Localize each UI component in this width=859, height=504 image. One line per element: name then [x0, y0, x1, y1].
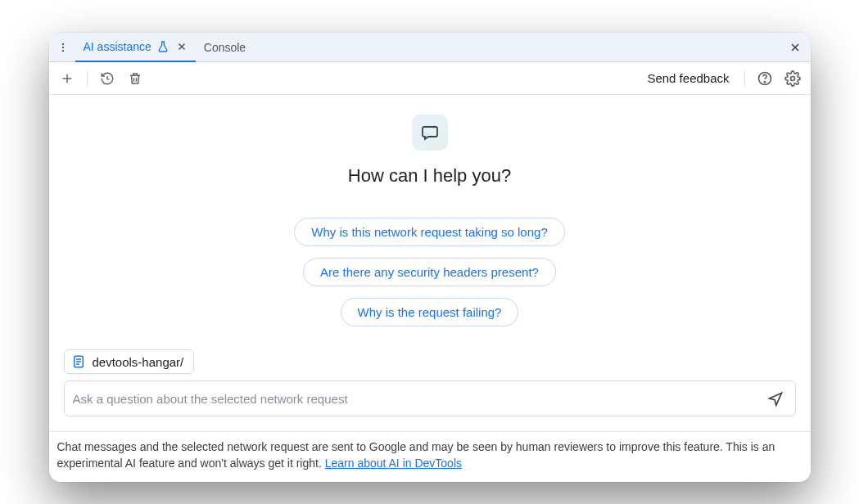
new-chat-button[interactable]: [56, 67, 79, 90]
svg-point-2: [61, 49, 63, 51]
settings-button[interactable]: [781, 67, 804, 90]
input-row: [59, 380, 801, 423]
chat-input-field[interactable]: [64, 380, 796, 416]
context-chip[interactable]: devtools-hangar/: [64, 349, 195, 374]
send-button[interactable]: [764, 387, 787, 410]
svg-point-5: [790, 76, 794, 80]
send-feedback-link[interactable]: Send feedback: [647, 71, 729, 85]
main-content: How can I help you? Why is this network …: [49, 95, 811, 431]
delete-button[interactable]: [124, 67, 147, 90]
learn-more-link[interactable]: Learn about AI in DevTools: [325, 457, 462, 470]
more-menu-button[interactable]: [54, 38, 72, 56]
tab-bar: AI assistance Console: [49, 33, 811, 62]
suggestion-chip[interactable]: Why is the request failing?: [341, 298, 519, 326]
history-button[interactable]: [96, 67, 119, 90]
devtools-panel: AI assistance Console Send feedback: [49, 33, 811, 482]
chat-input[interactable]: [73, 392, 764, 406]
toolbar-separator: [87, 70, 88, 87]
chat-sparkle-icon: [420, 123, 440, 142]
send-icon: [767, 390, 784, 407]
close-panel-button[interactable]: [784, 37, 806, 58]
gear-icon: [784, 70, 801, 87]
plus-icon: [60, 71, 75, 86]
ai-chat-hero-icon: [412, 115, 448, 151]
svg-point-4: [764, 81, 765, 82]
more-vertical-icon: [57, 42, 69, 53]
document-icon: [71, 354, 86, 369]
toolbar-separator: [744, 70, 745, 87]
tab-console[interactable]: Console: [196, 33, 254, 62]
tab-ai-assistance[interactable]: AI assistance: [75, 33, 196, 62]
suggestion-chip[interactable]: Why is this network request taking so lo…: [294, 218, 564, 246]
flask-icon: [156, 40, 170, 53]
trash-icon: [128, 71, 142, 86]
context-row: devtools-hangar/: [59, 349, 801, 380]
close-icon: [789, 41, 802, 54]
suggestion-list: Why is this network request taking so lo…: [294, 218, 564, 326]
close-tab-icon[interactable]: [176, 41, 188, 52]
toolbar: Send feedback: [49, 62, 811, 95]
tab-label: Console: [204, 41, 246, 54]
suggestion-chip[interactable]: Are there any security headers present?: [303, 258, 556, 286]
disclaimer: Chat messages and the selected network r…: [49, 431, 811, 482]
help-button[interactable]: [753, 67, 776, 90]
history-icon: [100, 71, 115, 86]
hero-title: How can I help you?: [348, 165, 511, 187]
svg-point-0: [61, 43, 63, 44]
svg-point-1: [61, 46, 63, 47]
context-chip-label: devtools-hangar/: [93, 355, 184, 369]
tab-label: AI assistance: [84, 40, 151, 53]
help-icon: [757, 70, 773, 87]
